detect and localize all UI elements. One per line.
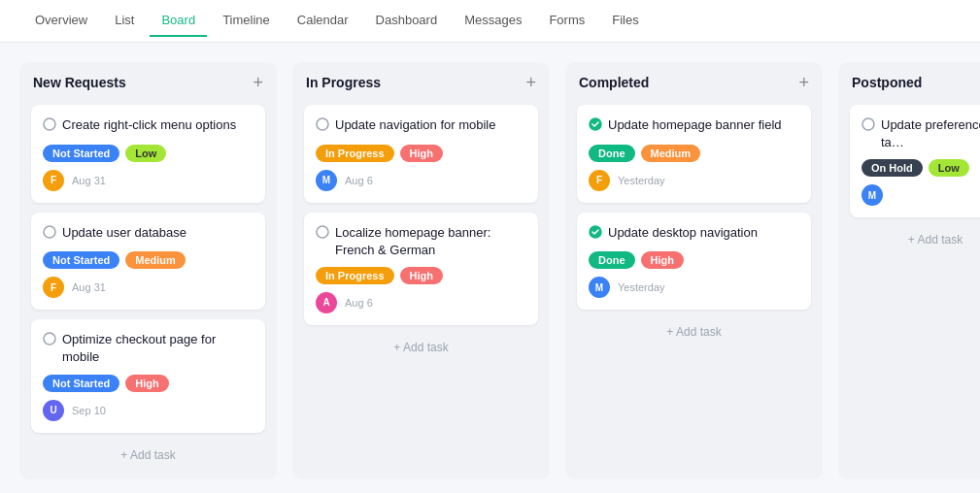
task-card[interactable]: Update preferences ta…On HoldLowM <box>850 105 980 217</box>
priority-badge: Low <box>125 145 166 162</box>
nav-item-messages[interactable]: Messages <box>453 5 533 37</box>
card-footer: MYesterday <box>589 277 799 298</box>
circle-icon <box>43 117 56 137</box>
svg-point-1 <box>44 226 55 238</box>
card-title: Localize homepage banner: French & Germa… <box>316 224 526 259</box>
card-date: Aug 31 <box>72 281 106 293</box>
avatar: A <box>316 292 337 313</box>
status-badge: Done <box>589 145 635 162</box>
circle-icon <box>316 117 329 137</box>
circle-icon <box>862 117 875 137</box>
circle-icon <box>43 332 56 351</box>
nav-item-dashboard[interactable]: Dashboard <box>364 5 450 37</box>
card-title-text: Optimize checkout page for mobile <box>62 331 253 366</box>
card-tags: Not StartedHigh <box>43 375 253 392</box>
column-postponed: Postponed+ Update preferences ta…On Hold… <box>838 62 980 479</box>
nav-item-forms[interactable]: Forms <box>537 5 596 37</box>
avatar: M <box>862 184 883 206</box>
task-card[interactable]: Optimize checkout page for mobileNot Sta… <box>31 319 265 432</box>
svg-point-2 <box>44 333 55 345</box>
nav-item-board[interactable]: Board <box>150 5 207 37</box>
card-tags: DoneHigh <box>589 251 799 269</box>
priority-badge: High <box>400 267 443 284</box>
priority-badge: Low <box>929 159 969 177</box>
column-in-progress: In Progress+ Update navigation for mobil… <box>292 62 550 479</box>
card-title-text: Update homepage banner field <box>608 116 782 134</box>
svg-point-3 <box>317 118 328 130</box>
add-column-button[interactable]: + <box>798 74 809 91</box>
card-title-text: Update user database <box>62 224 186 242</box>
priority-badge: High <box>641 251 684 269</box>
card-title-text: Localize homepage banner: French & Germa… <box>335 224 526 259</box>
card-title: Update preferences ta… <box>862 116 980 151</box>
card-tags: On HoldLow <box>862 159 980 177</box>
status-badge: Not Started <box>43 251 119 269</box>
column-title: Completed <box>579 75 649 90</box>
column-title: Postponed <box>852 75 922 90</box>
card-date: Sep 10 <box>72 405 106 416</box>
card-tags: In ProgressHigh <box>316 267 526 284</box>
status-badge: Not Started <box>43 375 119 392</box>
card-tags: In ProgressHigh <box>316 145 526 162</box>
column-header-completed: Completed+ <box>577 74 811 95</box>
svg-point-0 <box>44 118 55 130</box>
avatar: U <box>43 400 64 421</box>
card-title-text: Create right-click menu options <box>62 116 236 134</box>
avatar: F <box>589 170 610 191</box>
priority-badge: High <box>400 145 443 162</box>
circle-icon <box>43 225 56 245</box>
card-footer: FYesterday <box>589 170 799 191</box>
add-task-button[interactable]: + Add task <box>577 319 811 345</box>
nav-item-timeline[interactable]: Timeline <box>211 5 282 37</box>
nav-item-files[interactable]: Files <box>600 5 650 37</box>
card-tags: Not StartedMedium <box>43 251 253 269</box>
card-date: Yesterday <box>618 281 665 293</box>
check-circle-icon <box>589 225 602 245</box>
board-container: New Requests+ Create right-click menu op… <box>0 43 980 493</box>
check-circle-icon <box>589 117 602 137</box>
nav-item-calendar[interactable]: Calendar <box>286 5 360 37</box>
task-card[interactable]: Update desktop navigationDoneHighMYester… <box>577 213 811 311</box>
avatar: M <box>316 170 337 191</box>
card-title-text: Update preferences ta… <box>881 116 980 151</box>
task-card[interactable]: Update navigation for mobileIn ProgressH… <box>304 105 538 203</box>
status-badge: On Hold <box>862 159 923 177</box>
card-title: Update homepage banner field <box>589 116 799 137</box>
card-title-text: Update navigation for mobile <box>335 116 496 134</box>
priority-badge: High <box>125 375 168 392</box>
card-date: Aug 6 <box>345 175 373 186</box>
column-completed: Completed+ Update homepage banner fieldD… <box>565 62 823 479</box>
task-card[interactable]: Create right-click menu optionsNot Start… <box>31 105 265 203</box>
nav-item-overview[interactable]: Overview <box>23 5 99 37</box>
status-badge: In Progress <box>316 145 394 162</box>
column-new-requests: New Requests+ Create right-click menu op… <box>19 62 277 479</box>
column-title: In Progress <box>306 75 381 90</box>
card-title-text: Update desktop navigation <box>608 224 758 242</box>
svg-point-7 <box>862 118 874 130</box>
task-card[interactable]: Update user databaseNot StartedMediumFAu… <box>31 213 265 311</box>
add-task-button[interactable]: + Add task <box>31 443 265 468</box>
card-title: Optimize checkout page for mobile <box>43 331 253 366</box>
avatar: F <box>43 170 64 191</box>
avatar: M <box>589 277 610 298</box>
nav-item-list[interactable]: List <box>103 5 146 37</box>
card-footer: USep 10 <box>43 400 253 421</box>
status-badge: Done <box>589 251 635 269</box>
add-task-button[interactable]: + Add task <box>850 227 980 252</box>
card-tags: DoneMedium <box>589 145 799 162</box>
column-header-in-progress: In Progress+ <box>304 74 538 95</box>
add-column-button[interactable]: + <box>525 74 536 91</box>
priority-badge: Medium <box>641 145 701 162</box>
column-title: New Requests <box>33 75 126 90</box>
circle-icon <box>316 225 329 245</box>
card-title: Update user database <box>43 224 253 245</box>
task-card[interactable]: Localize homepage banner: French & Germa… <box>304 213 538 325</box>
column-header-new-requests: New Requests+ <box>31 74 265 95</box>
add-task-button[interactable]: + Add task <box>304 335 538 360</box>
status-badge: Not Started <box>43 145 119 162</box>
svg-point-4 <box>317 226 328 238</box>
column-header-postponed: Postponed+ <box>850 74 980 95</box>
task-card[interactable]: Update homepage banner fieldDoneMediumFY… <box>577 105 811 203</box>
priority-badge: Medium <box>125 251 186 269</box>
add-column-button[interactable]: + <box>253 74 263 91</box>
